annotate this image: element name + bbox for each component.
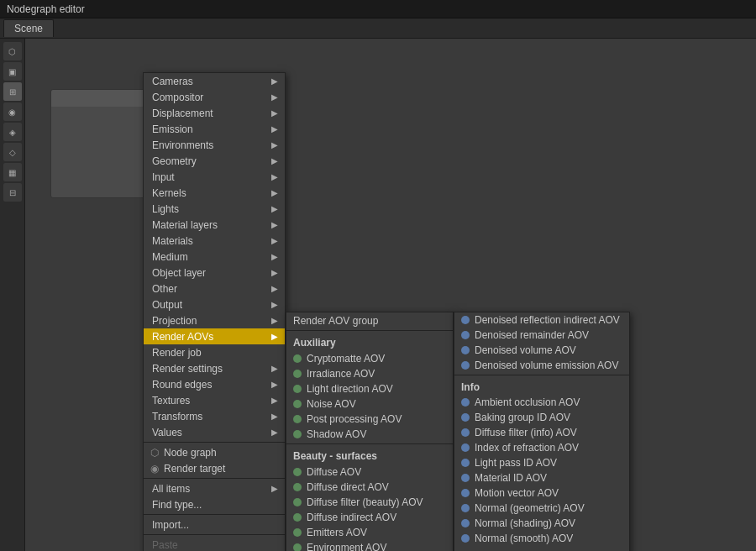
aov-diffuse-filter-info[interactable]: Diffuse filter (info) AOV bbox=[454, 425, 629, 440]
sidebar-icon-render[interactable]: ◉ bbox=[3, 102, 22, 121]
aov-dot bbox=[293, 468, 302, 476]
aov-post-processing[interactable]: Post processing AOV bbox=[286, 412, 453, 427]
left-sidebar: ⬡ ▣ ⊞ ◉ ◈ ◇ ▦ ⊟ bbox=[0, 39, 25, 551]
sidebar-icon-move[interactable]: ⊞ bbox=[3, 82, 22, 101]
aov-normal-smooth[interactable]: Normal (smooth) AOV bbox=[454, 531, 629, 546]
aov-dot bbox=[293, 354, 302, 363]
menu-item-values[interactable]: Values▶ bbox=[144, 424, 285, 440]
menu-item-lights[interactable]: Lights▶ bbox=[144, 201, 285, 217]
menu-item-material-layers[interactable]: Material layers▶ bbox=[144, 217, 285, 233]
menu-item-node-graph[interactable]: ⬡ Node graph bbox=[144, 444, 285, 460]
aov-dot bbox=[461, 331, 470, 339]
sidebar-icon-select[interactable]: ▣ bbox=[3, 62, 22, 81]
menu-item-geometry[interactable]: Geometry▶ bbox=[144, 153, 285, 169]
aov-baking-group-id[interactable]: Baking group ID AOV bbox=[454, 410, 629, 425]
scene-tab[interactable]: Scene bbox=[3, 19, 54, 37]
aov-denoised-volume[interactable]: Denoised volume AOV bbox=[454, 343, 629, 358]
aov-diffuse-direct[interactable]: Diffuse direct AOV bbox=[286, 480, 453, 495]
aov-light-direction[interactable]: Light direction AOV bbox=[286, 381, 453, 396]
aov-irradiance[interactable]: Irradiance AOV bbox=[286, 366, 453, 381]
menu-divider-4 bbox=[144, 534, 285, 535]
sidebar-icon-light[interactable]: ◇ bbox=[3, 143, 22, 161]
menu-item-cameras[interactable]: Cameras▶ bbox=[144, 73, 285, 89]
aov-dot bbox=[293, 543, 302, 551]
main-context-menu: Cameras▶ Compositor▶ Displacement▶ Emiss… bbox=[143, 72, 286, 551]
menu-item-materials[interactable]: Materials▶ bbox=[144, 233, 285, 249]
menu-item-import[interactable]: Import... bbox=[144, 517, 285, 533]
aov-motion-vector[interactable]: Motion vector AOV bbox=[454, 485, 629, 501]
menu-item-find-type[interactable]: Find type... bbox=[144, 496, 285, 512]
aov-index-of-refraction[interactable]: Index of refraction AOV bbox=[454, 440, 629, 455]
aov-dot bbox=[293, 498, 302, 506]
aov-dot bbox=[293, 528, 302, 537]
node-graph-icon: ⬡ bbox=[149, 447, 160, 459]
aov-dot bbox=[461, 443, 470, 452]
menu-divider-1 bbox=[144, 442, 285, 443]
aov-dot bbox=[461, 316, 470, 324]
menu-item-round-edges[interactable]: Round edges▶ bbox=[144, 376, 285, 392]
menu-item-render-settings[interactable]: Render settings▶ bbox=[144, 360, 285, 376]
aov-diffuse-filter-beauty[interactable]: Diffuse filter (beauty) AOV bbox=[286, 495, 453, 510]
menu-item-paste: Paste bbox=[144, 537, 285, 551]
aov-dot bbox=[293, 385, 302, 393]
aovs-divider-2 bbox=[286, 443, 453, 444]
menu-divider-3 bbox=[144, 514, 285, 515]
menu-item-textures[interactable]: Textures▶ bbox=[144, 392, 285, 408]
menu-item-other[interactable]: Other▶ bbox=[144, 281, 285, 296]
menu-item-medium[interactable]: Medium▶ bbox=[144, 249, 285, 265]
menu-item-render-job[interactable]: Render job bbox=[144, 344, 285, 360]
aov-dot bbox=[293, 430, 302, 438]
aov-diffuse-indirect[interactable]: Diffuse indirect AOV bbox=[286, 510, 453, 525]
menu-item-projection[interactable]: Projection▶ bbox=[144, 312, 285, 328]
aov-environment[interactable]: Environment AOV bbox=[286, 540, 453, 551]
menu-item-object-layer[interactable]: Object layer▶ bbox=[144, 265, 285, 281]
aov-material-id[interactable]: Material ID AOV bbox=[454, 470, 629, 485]
render-aovs-submenu: Render AOV group Auxiliary Cryptomatte A… bbox=[286, 312, 454, 551]
beauty-surfaces-header: Beauty - surfaces bbox=[286, 446, 453, 464]
aov-denoised-volume-emission[interactable]: Denoised volume emission AOV bbox=[454, 358, 629, 373]
menu-item-environments[interactable]: Environments▶ bbox=[144, 137, 285, 153]
aov-shadow[interactable]: Shadow AOV bbox=[286, 427, 453, 442]
aov-dot bbox=[461, 504, 470, 512]
menu-item-kernels[interactable]: Kernels▶ bbox=[144, 185, 285, 201]
aov-dot bbox=[293, 513, 302, 522]
aov-dot bbox=[293, 370, 302, 378]
render-target-icon: ◉ bbox=[149, 463, 160, 475]
aov-denoised-reflection-indirect[interactable]: Denoised reflection indirect AOV bbox=[454, 312, 629, 328]
sidebar-icon-camera[interactable]: ◈ bbox=[3, 123, 22, 141]
menu-item-input[interactable]: Input▶ bbox=[144, 169, 285, 185]
aov-dot bbox=[461, 361, 470, 370]
menu-item-output[interactable]: Output▶ bbox=[144, 296, 285, 312]
aov-dot bbox=[461, 346, 470, 354]
menu-item-compositor[interactable]: Compositor▶ bbox=[144, 89, 285, 105]
aov-normal-shading[interactable]: Normal (shading) AOV bbox=[454, 516, 629, 531]
menu-item-all-items[interactable]: All items▶ bbox=[144, 480, 285, 496]
menu-item-render-target[interactable]: ◉ Render target bbox=[144, 460, 285, 476]
auxiliary-header: Auxiliary bbox=[286, 333, 453, 351]
aov-cryptomatte[interactable]: Cryptomatte AOV bbox=[286, 351, 453, 366]
aov-noise[interactable]: Noise AOV bbox=[286, 396, 453, 412]
menu-item-emission[interactable]: Emission▶ bbox=[144, 121, 285, 137]
aov-denoised-remainder[interactable]: Denoised remainder AOV bbox=[454, 328, 629, 343]
aov-dot bbox=[461, 459, 470, 467]
menu-item-render-aovs[interactable]: Render AOVs▶ bbox=[144, 328, 285, 344]
aov-light-pass-id[interactable]: Light pass ID AOV bbox=[454, 455, 629, 470]
aov-diffuse[interactable]: Diffuse AOV bbox=[286, 464, 453, 480]
aov-dot bbox=[461, 489, 470, 497]
menu-item-displacement[interactable]: Displacement▶ bbox=[144, 105, 285, 121]
title-bar: Nodegraph editor bbox=[0, 0, 756, 18]
sidebar-icon-grid[interactable]: ⊟ bbox=[3, 183, 22, 202]
aov-normal-geometric[interactable]: Normal (geometric) AOV bbox=[454, 501, 629, 516]
menu-divider-2 bbox=[144, 478, 285, 479]
sidebar-icon-material[interactable]: ▦ bbox=[3, 163, 22, 181]
info-section-label: Info bbox=[454, 377, 629, 395]
aov-dot bbox=[461, 519, 470, 527]
aov-dot bbox=[293, 415, 302, 423]
menu-item-transforms[interactable]: Transforms▶ bbox=[144, 408, 285, 424]
sidebar-icon-cursor[interactable]: ⬡ bbox=[3, 42, 22, 60]
render-aov-group-item[interactable]: Render AOV group bbox=[286, 312, 453, 328]
aov-dot bbox=[461, 474, 470, 482]
aov-emitters[interactable]: Emitters AOV bbox=[286, 525, 453, 540]
aov-ambient-occlusion[interactable]: Ambient occlusion AOV bbox=[454, 395, 629, 410]
aov-dot bbox=[293, 400, 302, 408]
